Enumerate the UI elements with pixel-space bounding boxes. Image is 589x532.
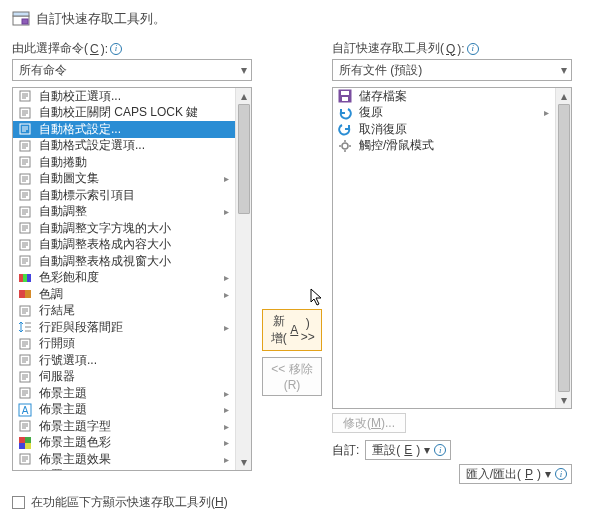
import-export-dropdown[interactable]: 匯入/匯出(P) ▾ i	[459, 464, 572, 484]
svg-rect-30	[25, 443, 31, 449]
info-icon[interactable]: i	[555, 468, 567, 480]
item-label: 行結尾	[39, 302, 75, 319]
info-icon[interactable]: i	[110, 43, 122, 55]
info-icon[interactable]: i	[434, 444, 446, 456]
undo-icon	[337, 105, 353, 121]
svg-rect-16	[27, 274, 31, 282]
list-item[interactable]: 佈景主題色彩▸	[13, 435, 235, 452]
item-label: 取消復原	[359, 121, 407, 138]
svg-rect-29	[19, 443, 25, 449]
list-item[interactable]: 行開頭	[13, 336, 235, 353]
item-label: 伺服器	[39, 368, 75, 385]
list-item[interactable]: 自動格式設定選項...	[13, 138, 235, 155]
expand-icon: ▸	[224, 206, 231, 217]
theme-color-icon	[17, 435, 33, 451]
list-item[interactable]: 自動格式設定...	[13, 121, 235, 138]
item-label: 色彩飽和度	[39, 269, 99, 286]
choose-commands-label: 由此選擇命令(C): i	[12, 40, 252, 57]
scroll-up-icon[interactable]: ▴	[236, 88, 252, 104]
item-label: 自動校正關閉 CAPS LOCK 鍵	[39, 104, 198, 121]
scroll-thumb[interactable]	[238, 104, 250, 214]
list-item[interactable]: 行號選項...	[13, 352, 235, 369]
expand-icon: ▸	[224, 421, 231, 432]
svg-rect-1	[13, 12, 29, 16]
list-item[interactable]: 自動調整▸	[13, 204, 235, 221]
info-icon[interactable]: i	[467, 43, 479, 55]
svg-rect-34	[341, 91, 349, 95]
list-item[interactable]: 色調▸	[13, 286, 235, 303]
theme-effect-icon	[17, 451, 33, 467]
list-item[interactable]: 儲存檔案	[333, 88, 555, 105]
scroll-down-icon[interactable]: ▾	[556, 392, 572, 408]
list-item[interactable]: 觸控/滑鼠模式	[333, 138, 555, 155]
show-below-ribbon-label: 在功能區下方顯示快速存取工具列(H)	[31, 494, 228, 511]
scroll-down-icon[interactable]: ▾	[236, 454, 252, 470]
expand-icon: ▸	[224, 272, 231, 283]
item-label: 佈景主題	[39, 385, 87, 402]
list-item[interactable]: 自動校正關閉 CAPS LOCK 鍵	[13, 105, 235, 122]
expand-icon: ▸	[224, 173, 231, 184]
list-item[interactable]: 復原▸	[333, 105, 555, 122]
list-item[interactable]: 佈景主題效果▸	[13, 451, 235, 468]
commands-category-combo[interactable]: 所有命令 ▾	[12, 59, 252, 81]
list-item[interactable]: 自動調整表格成視窗大小	[13, 253, 235, 270]
combo-value: 所有命令	[19, 62, 67, 79]
remove-button[interactable]: << 移除(R)	[262, 357, 322, 396]
list-item[interactable]: 位置▸	[13, 468, 235, 471]
expand-icon: ▸	[224, 404, 231, 415]
item-label: 位置	[39, 467, 63, 470]
theme-icon	[17, 385, 33, 401]
list-item[interactable]: 自動調整表格成內容大小	[13, 237, 235, 254]
item-label: 佈景主題	[39, 401, 87, 418]
list-item[interactable]: 自動校正選項...	[13, 88, 235, 105]
list-item[interactable]: 自動調整文字方塊的大小	[13, 220, 235, 237]
autoformat-icon	[17, 138, 33, 154]
chevron-down-icon: ▾	[545, 467, 551, 481]
server-icon	[17, 369, 33, 385]
available-commands-list[interactable]: 自動校正選項...自動校正關閉 CAPS LOCK 鍵自動格式設定...自動格式…	[12, 87, 252, 471]
reset-dropdown[interactable]: 重設(E) ▾ i	[365, 440, 451, 460]
svg-rect-28	[25, 437, 31, 443]
svg-rect-18	[19, 290, 25, 298]
item-label: 自動捲動	[39, 154, 87, 171]
autofit-table-icon	[17, 237, 33, 253]
expand-icon: ▸	[544, 107, 551, 118]
list-item[interactable]: A佈景主題▸	[13, 402, 235, 419]
save-icon	[337, 88, 353, 104]
add-button[interactable]: 新增(A) >>	[262, 309, 322, 351]
scrollbar[interactable]: ▴ ▾	[235, 88, 251, 470]
qat-commands-list[interactable]: 儲存檔案復原▸取消復原觸控/滑鼠模式 ▴ ▾	[332, 87, 572, 409]
item-label: 復原	[359, 104, 383, 121]
svg-text:A: A	[22, 405, 29, 416]
list-item[interactable]: 色彩飽和度▸	[13, 270, 235, 287]
show-below-ribbon-checkbox[interactable]	[12, 496, 25, 509]
svg-point-36	[342, 143, 348, 149]
scroll-thumb[interactable]	[558, 104, 570, 392]
touch-icon	[337, 138, 353, 154]
chevron-down-icon: ▾	[424, 443, 430, 457]
list-item[interactable]: 自動標示索引項目	[13, 187, 235, 204]
list-item[interactable]: 自動圖文集▸	[13, 171, 235, 188]
scrollbar[interactable]: ▴ ▾	[555, 88, 571, 408]
item-label: 行距與段落間距	[39, 319, 123, 336]
theme-a-icon: A	[17, 402, 33, 418]
theme-font-icon	[17, 418, 33, 434]
list-item[interactable]: 自動捲動	[13, 154, 235, 171]
scroll-up-icon[interactable]: ▴	[556, 88, 572, 104]
item-label: 佈景主題字型	[39, 418, 111, 435]
list-item[interactable]: 佈景主題字型▸	[13, 418, 235, 435]
qat-scope-combo[interactable]: 所有文件 (預設) ▾	[332, 59, 572, 81]
location-icon	[17, 468, 33, 470]
dialog-title: 自訂快速存取工具列。	[36, 10, 166, 28]
list-item[interactable]: 佈景主題▸	[13, 385, 235, 402]
list-item[interactable]: 取消復原	[333, 121, 555, 138]
colortone-icon	[17, 286, 33, 302]
list-item[interactable]: 行距與段落間距▸	[13, 319, 235, 336]
svg-rect-27	[19, 437, 25, 443]
expand-icon: ▸	[224, 454, 231, 465]
list-item[interactable]: 行結尾	[13, 303, 235, 320]
item-label: 自動調整表格成內容大小	[39, 236, 171, 253]
modify-button[interactable]: 修改(M)...	[332, 413, 406, 433]
list-item[interactable]: 伺服器	[13, 369, 235, 386]
item-label: 色調	[39, 286, 63, 303]
